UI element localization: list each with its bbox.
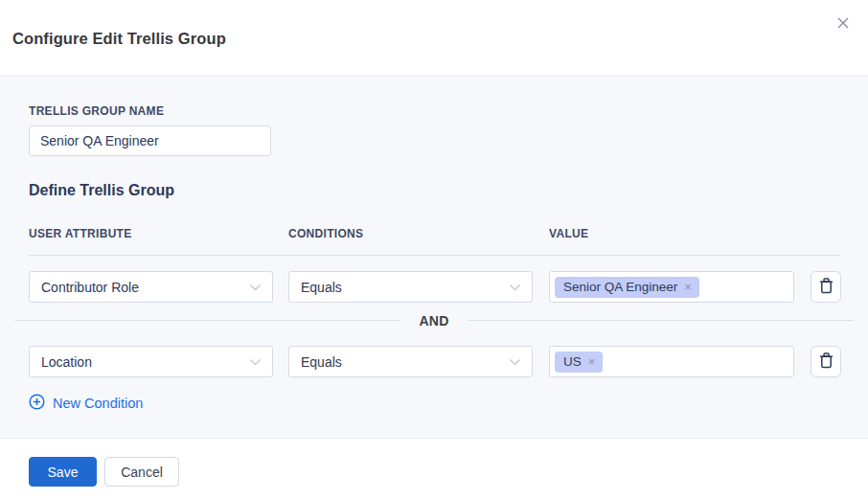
trash-icon <box>819 352 834 372</box>
chevron-down-icon <box>509 358 521 366</box>
column-header-conditions: CONDITIONS <box>288 227 363 240</box>
condition-row-2: Location Equals US × <box>0 346 868 377</box>
value-tag-label: Senior QA Engineer <box>563 280 677 294</box>
chevron-down-icon <box>249 358 262 366</box>
user-attribute-selected-value: Contributor Role <box>41 280 139 295</box>
value-input[interactable]: Senior QA Engineer × <box>549 271 794 303</box>
condition-row-1: Contributor Role Equals Senior QA Engine… <box>0 271 868 303</box>
cancel-button[interactable]: Cancel <box>104 457 179 487</box>
value-tag: Senior QA Engineer × <box>555 277 699 298</box>
trellis-group-name-label: TRELLIS GROUP NAME <box>29 104 164 118</box>
define-trellis-group-heading: Define Trellis Group <box>29 182 174 199</box>
dialog-footer: Save Cancel <box>0 440 868 499</box>
dialog-header: Configure Edit Trellis Group <box>0 0 868 77</box>
column-header-divider <box>29 255 840 256</box>
user-attribute-select[interactable]: Contributor Role <box>29 271 273 303</box>
user-attribute-select[interactable]: Location <box>29 346 273 377</box>
plus-circle-icon <box>29 394 45 413</box>
divider-line <box>14 320 400 321</box>
dialog-title: Configure Edit Trellis Group <box>12 30 226 48</box>
condition-selected-value: Equals <box>301 280 342 295</box>
tag-remove-icon[interactable]: × <box>684 281 692 293</box>
new-condition-label: New Condition <box>53 396 143 411</box>
save-button[interactable]: Save <box>29 457 97 487</box>
close-icon <box>836 16 850 33</box>
condition-select[interactable]: Equals <box>288 346 533 377</box>
value-tag: US × <box>555 352 603 373</box>
value-input[interactable]: US × <box>549 346 794 377</box>
user-attribute-selected-value: Location <box>41 354 92 370</box>
close-button[interactable] <box>833 13 854 34</box>
new-condition-button[interactable]: New Condition <box>29 394 143 413</box>
chevron-down-icon <box>249 284 262 291</box>
and-operator-label: AND <box>400 313 467 329</box>
chevron-down-icon <box>509 284 521 291</box>
column-header-value: VALUE <box>549 227 588 240</box>
divider-line <box>468 320 854 321</box>
delete-condition-button[interactable] <box>811 271 841 303</box>
condition-selected-value: Equals <box>301 354 342 370</box>
delete-condition-button[interactable] <box>811 346 841 377</box>
condition-select[interactable]: Equals <box>288 271 533 303</box>
value-tag-label: US <box>563 354 582 369</box>
column-header-user-attribute: USER ATTRIBUTE <box>29 227 132 240</box>
tag-remove-icon[interactable]: × <box>588 355 596 368</box>
configure-trellis-group-dialog: Configure Edit Trellis Group TRELLIS GRO… <box>0 0 868 499</box>
trash-icon <box>819 278 834 297</box>
dialog-body: TRELLIS GROUP NAME Define Trellis Group … <box>0 77 868 439</box>
and-operator-divider: AND <box>14 312 854 329</box>
trellis-group-name-input[interactable] <box>29 125 271 156</box>
